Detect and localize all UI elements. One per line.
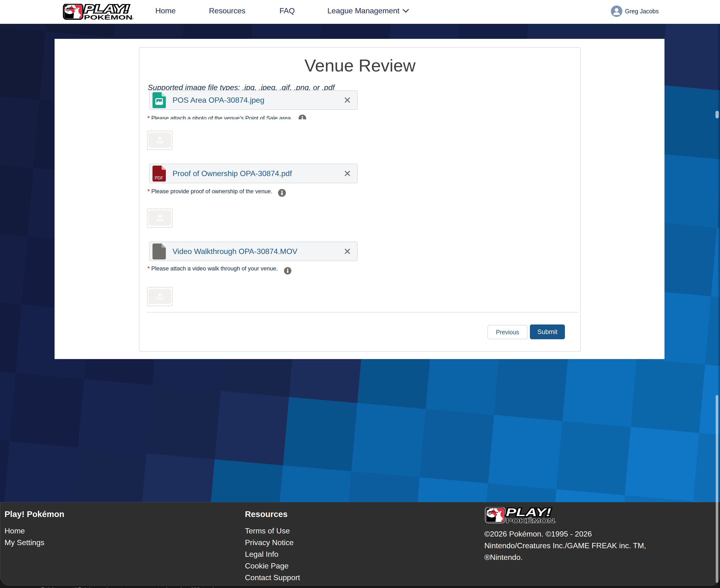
- svg-text:™: ™: [554, 521, 556, 523]
- svg-text:PLAY!: PLAY!: [506, 507, 551, 519]
- svg-text:PDF: PDF: [155, 175, 163, 180]
- svg-text:PLAY!: PLAY!: [84, 4, 129, 15]
- svg-text:™: ™: [132, 18, 134, 20]
- svg-text:POKÉMON: POKÉMON: [506, 517, 555, 523]
- svg-text:POKÉMON: POKÉMON: [84, 14, 132, 20]
